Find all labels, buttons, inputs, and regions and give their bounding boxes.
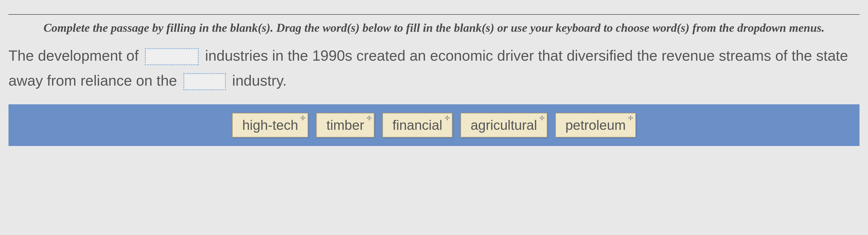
blank-dropzone-1[interactable] xyxy=(145,48,199,65)
word-tile-agricultural[interactable]: agricultural xyxy=(461,113,547,137)
word-tile-financial[interactable]: financial xyxy=(382,113,453,137)
word-tile-petroleum[interactable]: petroleum xyxy=(555,113,636,137)
divider xyxy=(8,14,860,15)
passage-text: The development of industries in the 199… xyxy=(8,43,860,93)
blank-dropzone-2[interactable] xyxy=(183,73,226,90)
instructions-text: Complete the passage by filling in the b… xyxy=(8,20,860,43)
word-tile-timber[interactable]: timber xyxy=(316,113,374,137)
word-tile-high-tech[interactable]: high-tech xyxy=(232,113,308,137)
passage-part-3: industry. xyxy=(232,72,287,89)
passage-part-1: The development of xyxy=(8,47,139,64)
question-container: Complete the passage by filling in the b… xyxy=(0,14,868,146)
word-bank: high-tech timber financial agricultural … xyxy=(8,104,860,146)
